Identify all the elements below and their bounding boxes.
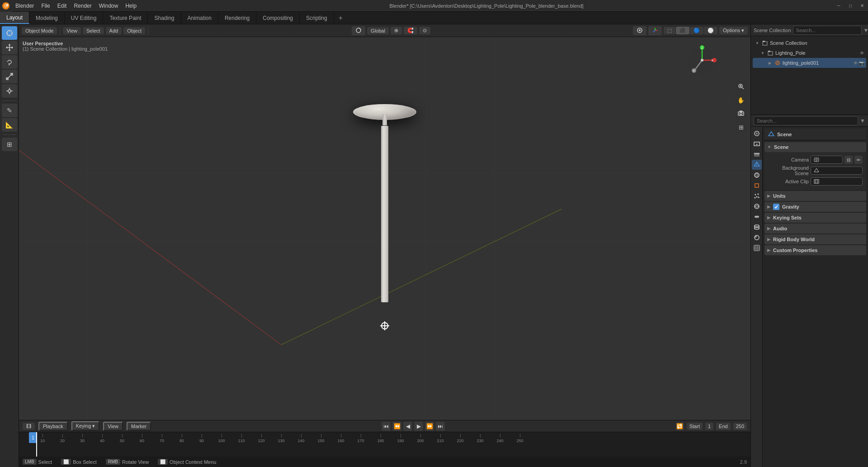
- select-menu[interactable]: Select: [83, 27, 104, 34]
- jump-to-end-btn[interactable]: ⏭: [436, 422, 445, 431]
- camera-value[interactable]: [811, 156, 843, 164]
- keying-menu[interactable]: Keying ▾: [71, 421, 100, 431]
- jump-to-start-btn[interactable]: ⏮: [382, 422, 391, 431]
- viewport-shading-btn[interactable]: [352, 26, 365, 35]
- tab-shading[interactable]: Shading: [148, 12, 181, 24]
- snap-btn[interactable]: 🧲: [404, 27, 417, 34]
- zoom-viewport-btn[interactable]: [735, 81, 747, 92]
- annotate-button[interactable]: ✎: [2, 104, 17, 117]
- render-icon-001[interactable]: 📷: [859, 61, 864, 66]
- prop-tab-object[interactable]: [752, 181, 762, 191]
- prop-tab-data[interactable]: [752, 222, 762, 232]
- tab-animation[interactable]: Animation: [181, 12, 218, 24]
- measure-button[interactable]: 📐: [2, 118, 17, 132]
- add-menu[interactable]: Add: [106, 27, 122, 34]
- timeline-ruler[interactable]: 1 11020304050607080901001101201301401501…: [19, 432, 750, 457]
- global-dropdown[interactable]: Global: [367, 27, 389, 34]
- play-btn[interactable]: ▶: [414, 422, 423, 431]
- menu-window[interactable]: Window: [95, 1, 122, 10]
- prop-tab-material[interactable]: [752, 233, 762, 243]
- options-btn[interactable]: Options ▾: [719, 27, 748, 34]
- tab-layout[interactable]: Layout: [0, 12, 29, 24]
- properties-search-input[interactable]: [754, 116, 858, 125]
- view-type-btn[interactable]: ⊞: [735, 121, 747, 133]
- visibility-icon-001[interactable]: 👁: [854, 61, 858, 66]
- viewport-gizmo-btn[interactable]: [648, 26, 662, 35]
- prev-keyframe-btn[interactable]: ⏪: [392, 422, 401, 431]
- menu-file[interactable]: File: [38, 1, 53, 10]
- viewport-overlay-btn[interactable]: [633, 26, 646, 35]
- pivot-dropdown[interactable]: ⊕: [391, 27, 402, 34]
- custom-props-section-header[interactable]: ▶ Custom Properties: [764, 245, 866, 255]
- prop-tab-scene[interactable]: [752, 160, 762, 170]
- menu-blender[interactable]: Blender: [12, 1, 38, 10]
- rigid-body-section-header[interactable]: ▶ Rigid Body World: [764, 234, 866, 244]
- outliner-search-input[interactable]: [793, 26, 862, 35]
- outliner-item-lighting-pole-001[interactable]: ▶ lighting_pole001 👁 📷: [753, 58, 866, 68]
- nav-gizmo[interactable]: X Y Z: [686, 44, 718, 76]
- menu-help[interactable]: Help: [122, 1, 140, 10]
- end-frame-value[interactable]: 250: [733, 423, 747, 430]
- maximize-button[interactable]: □: [844, 0, 856, 12]
- view-menu[interactable]: View: [63, 27, 81, 34]
- units-section-header[interactable]: ▶ Units: [764, 191, 866, 201]
- gravity-checkbox[interactable]: [773, 204, 779, 210]
- prop-tab-particles[interactable]: [752, 191, 762, 201]
- tab-compositing[interactable]: Compositing: [256, 12, 300, 24]
- start-frame-value[interactable]: 1: [705, 423, 713, 430]
- outliner-item-scene-collection[interactable]: ▼ Scene Collection: [753, 38, 866, 48]
- pan-viewport-btn[interactable]: ✋: [735, 94, 747, 106]
- marker-menu[interactable]: Marker: [127, 422, 151, 431]
- prop-tab-world[interactable]: [752, 170, 762, 180]
- rotate-tool-button[interactable]: [2, 55, 17, 69]
- camera-new-btn[interactable]: ✏: [854, 156, 863, 164]
- prop-tab-render[interactable]: [752, 129, 762, 138]
- bg-scene-value[interactable]: [811, 167, 863, 175]
- cursor-tool-button[interactable]: [2, 26, 17, 40]
- audio-section-header[interactable]: ▶ Audio: [764, 224, 866, 234]
- close-button[interactable]: ✕: [856, 0, 868, 12]
- properties-filter-btn[interactable]: ▼: [860, 118, 865, 124]
- solid-mode-btn[interactable]: ⬛: [676, 27, 689, 34]
- prop-tab-output[interactable]: [752, 139, 762, 149]
- loop-btn[interactable]: 🔁: [676, 422, 684, 430]
- visibility-icon[interactable]: 👁: [860, 51, 864, 56]
- wireframe-mode-btn[interactable]: ⬚: [664, 27, 675, 34]
- outliner-filter-btn[interactable]: ▼: [863, 27, 868, 33]
- outliner-item-lighting-pole[interactable]: ▼ Lighting_Pole 👁: [753, 48, 866, 58]
- menu-edit[interactable]: Edit: [54, 1, 71, 10]
- add-workspace-button[interactable]: +: [334, 12, 347, 24]
- camera-viewport-btn[interactable]: [735, 108, 747, 119]
- tab-scripting[interactable]: Scripting: [300, 12, 334, 24]
- next-keyframe-btn[interactable]: ⏩: [425, 422, 434, 431]
- scale-tool-button[interactable]: [2, 70, 17, 83]
- gravity-section-header[interactable]: ▶ Gravity: [764, 202, 866, 212]
- tab-texture-paint[interactable]: Texture Paint: [103, 12, 148, 24]
- tab-rendering[interactable]: Rendering: [218, 12, 256, 24]
- prop-tab-shader[interactable]: [752, 243, 762, 253]
- active-clip-value[interactable]: [811, 177, 863, 186]
- transform-tool-button[interactable]: [2, 84, 17, 98]
- object-menu[interactable]: Object: [123, 27, 145, 34]
- blender-logo[interactable]: [0, 0, 12, 12]
- prop-tab-physics[interactable]: [752, 201, 762, 211]
- view-menu-timeline[interactable]: View: [103, 422, 123, 431]
- menu-render[interactable]: Render: [70, 1, 95, 10]
- material-mode-btn[interactable]: 🔵: [690, 27, 703, 34]
- play-reverse-btn[interactable]: ◀: [403, 422, 412, 431]
- move-tool-button[interactable]: [2, 41, 17, 54]
- prop-tab-view-layer[interactable]: [752, 149, 762, 159]
- camera-browse-btn[interactable]: ⊟: [844, 156, 853, 164]
- viewport-canvas[interactable]: User Perspective (1) Scene Collection | …: [19, 37, 750, 420]
- minimize-button[interactable]: ─: [833, 0, 844, 12]
- keying-sets-section-header[interactable]: ▶ Keying Sets: [764, 213, 866, 223]
- prop-tab-constraints[interactable]: [752, 212, 762, 222]
- playback-menu[interactable]: Playback: [38, 422, 68, 431]
- tab-uv-editing[interactable]: UV Editing: [65, 12, 104, 24]
- rendered-mode-btn[interactable]: ⚪: [704, 27, 717, 34]
- object-mode-dropdown[interactable]: Object Mode: [22, 27, 57, 34]
- proportional-btn[interactable]: ⊙: [419, 27, 430, 34]
- add-object-button[interactable]: ⊞: [2, 138, 17, 151]
- tab-modeling[interactable]: Modeling: [29, 12, 65, 24]
- scene-section-header[interactable]: ▼ Scene: [764, 142, 866, 152]
